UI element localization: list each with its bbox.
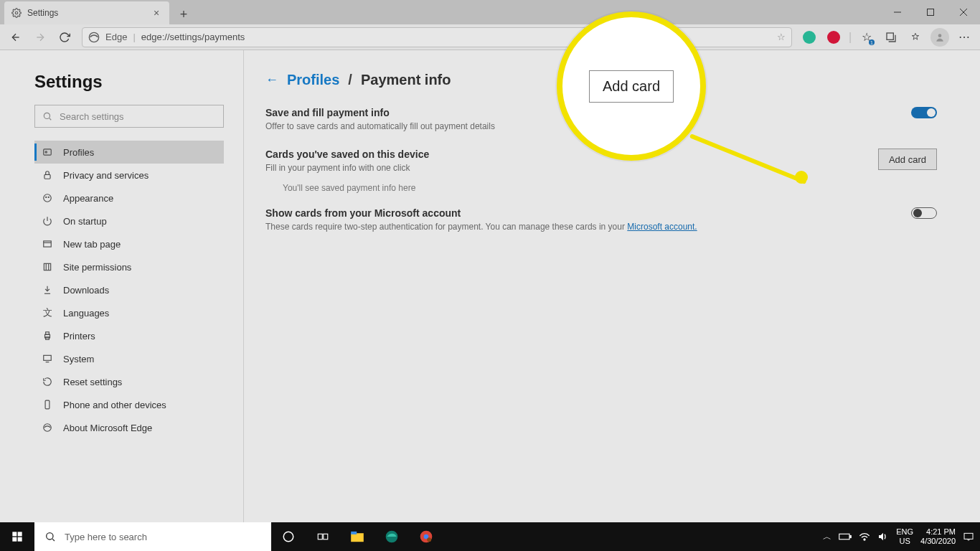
annotation-callout-dot: [795, 171, 808, 184]
nav-languages[interactable]: 文Languages: [34, 301, 224, 324]
taskbar-chrome-icon[interactable]: [409, 522, 443, 551]
extension-opera-icon[interactable]: [822, 26, 845, 49]
edge-logo-icon: [88, 32, 100, 43]
settings-heading: Settings: [34, 72, 223, 92]
svg-rect-29: [12, 532, 17, 536]
nav-appearance[interactable]: Appearance: [34, 187, 224, 209]
svg-point-33: [47, 533, 53, 540]
menu-button[interactable]: ⋯: [953, 26, 976, 49]
tray-clock[interactable]: 4:21 PM4/30/2020: [920, 527, 956, 546]
settings-sidebar: Settings Search settings Profiles Privac…: [0, 50, 244, 522]
back-button[interactable]: [4, 26, 27, 49]
svg-rect-2: [928, 9, 934, 16]
saved-cards-empty: You'll see saved payment info here: [283, 183, 937, 193]
tab-strip: Settings × +: [0, 0, 980, 24]
edge-icon: [42, 423, 53, 433]
svg-rect-27: [45, 400, 50, 409]
taskbar-explorer-icon[interactable]: [340, 522, 374, 551]
taskbar-search[interactable]: Type here to search: [34, 522, 271, 551]
refresh-button[interactable]: [53, 26, 76, 49]
window-maximize-button[interactable]: [914, 0, 947, 24]
svg-line-34: [52, 539, 55, 541]
favorites-icon[interactable]: ☆1: [855, 26, 878, 49]
nav-privacy[interactable]: Privacy and services: [34, 164, 224, 187]
breadcrumb-back-icon[interactable]: ←: [265, 72, 278, 88]
forward-button[interactable]: [29, 26, 52, 49]
svg-point-46: [864, 539, 865, 540]
start-button[interactable]: [0, 522, 34, 551]
window-minimize-button[interactable]: [881, 0, 914, 24]
tray-chevron-icon[interactable]: ︿: [823, 531, 831, 543]
nav-profiles[interactable]: Profiles: [34, 141, 224, 164]
collections-icon[interactable]: [880, 26, 903, 49]
nav-label: Reset settings: [63, 377, 122, 387]
nav-about[interactable]: About Microsoft Edge: [34, 416, 224, 439]
nav-label: Privacy and services: [63, 170, 149, 181]
svg-point-35: [283, 532, 293, 542]
nav-label: Site permissions: [63, 262, 131, 273]
toggle-save-fill[interactable]: [911, 107, 937, 118]
svg-line-9: [50, 118, 52, 121]
close-icon[interactable]: ×: [151, 7, 162, 19]
tray-language[interactable]: ENGUS: [896, 527, 913, 546]
address-separator: |: [133, 32, 135, 42]
svg-rect-25: [44, 355, 52, 360]
nav-phone[interactable]: Phone and other devices: [34, 393, 224, 416]
reset-icon: [42, 377, 53, 387]
tray-battery-icon[interactable]: [839, 532, 852, 541]
nav-startup[interactable]: On startup: [34, 209, 224, 232]
toggle-ms-cards[interactable]: [911, 207, 937, 219]
tab-title: Settings: [27, 8, 58, 18]
svg-point-8: [44, 113, 50, 118]
nav-permissions[interactable]: Site permissions: [34, 255, 224, 278]
breadcrumb-root[interactable]: Profiles: [287, 72, 339, 88]
nav-system[interactable]: System: [34, 347, 224, 370]
power-icon: [42, 216, 53, 226]
cortana-icon[interactable]: [271, 522, 306, 551]
svg-rect-23: [46, 332, 50, 335]
tray-volume-icon[interactable]: [877, 532, 889, 542]
nav-label: Printers: [63, 331, 95, 342]
tray-date: 4/30/2020: [920, 537, 956, 546]
tray-lang-bottom: US: [896, 537, 913, 546]
nav-printers[interactable]: Printers: [34, 324, 224, 347]
task-view-icon[interactable]: [306, 522, 340, 551]
browser-tab[interactable]: Settings ×: [4, 1, 169, 24]
extension-grammarly-icon[interactable]: [798, 26, 821, 49]
new-tab-button[interactable]: +: [174, 4, 194, 24]
nav-label: On startup: [63, 216, 107, 227]
profile-avatar[interactable]: [928, 26, 951, 49]
favorite-icon[interactable]: ☆: [777, 32, 786, 42]
nav-label: New tab page: [63, 239, 121, 250]
nav-newtab[interactable]: New tab page: [34, 232, 224, 255]
search-input[interactable]: Search settings: [34, 105, 224, 128]
tray-wifi-icon[interactable]: [859, 532, 870, 542]
address-url: edge://settings/payments: [141, 32, 245, 42]
nav-label: System: [63, 354, 94, 364]
settings-page: Settings Search settings Profiles Privac…: [0, 50, 980, 522]
nav-label: Phone and other devices: [63, 400, 166, 410]
breadcrumb-current: Payment info: [361, 72, 451, 88]
download-icon: [42, 285, 53, 295]
nav-label: Appearance: [63, 193, 113, 204]
taskbar-edge-icon[interactable]: [374, 522, 409, 551]
search-placeholder: Search settings: [60, 111, 124, 122]
window-close-button[interactable]: [947, 0, 980, 24]
svg-point-43: [427, 537, 431, 542]
language-icon: 文: [42, 306, 53, 319]
svg-rect-39: [351, 532, 357, 534]
gear-icon: [11, 8, 22, 18]
tray-notifications-icon[interactable]: [963, 532, 974, 542]
nav-reset[interactable]: Reset settings: [34, 370, 224, 393]
add-card-button[interactable]: Add card: [878, 149, 937, 170]
svg-rect-17: [44, 241, 52, 247]
svg-rect-6: [887, 33, 893, 39]
svg-rect-47: [964, 533, 973, 539]
setting-sub-text: These cards require two-step authenticat…: [265, 222, 627, 232]
svg-point-14: [46, 197, 47, 197]
setting-sub: These cards require two-step authenticat…: [265, 222, 697, 232]
ms-account-link[interactable]: Microsoft account.: [627, 222, 697, 232]
feedback-icon[interactable]: [904, 26, 927, 49]
nav-downloads[interactable]: Downloads: [34, 278, 224, 301]
svg-rect-44: [839, 534, 849, 540]
